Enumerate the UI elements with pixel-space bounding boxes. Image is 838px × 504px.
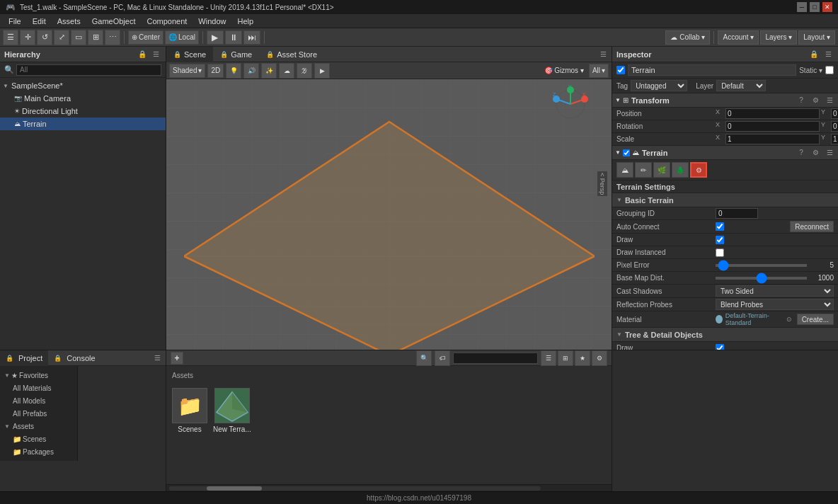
scene-view-canvas[interactable]: X Y Z < Persp <box>166 79 612 350</box>
menu-assets[interactable]: Assets <box>52 14 86 28</box>
all-prefabs-item[interactable]: All Prefabs <box>0 407 77 420</box>
pixel-error-slider[interactable] <box>716 264 807 267</box>
2d-toggle[interactable]: 2D <box>207 64 224 78</box>
terrain-help-btn[interactable]: ? <box>796 147 807 159</box>
basic-terrain-section[interactable]: ▼ Basic Terrain <box>612 193 838 207</box>
transform-component-header[interactable]: ▼ ⊞ Transform ? ⚙ ☰ <box>612 93 838 108</box>
object-name-input[interactable] <box>628 64 796 76</box>
project-menu-btn[interactable]: ☰ <box>151 353 163 364</box>
hierarchy-menu-btn[interactable]: ☰ <box>150 49 161 60</box>
search-by-label-btn[interactable]: 🏷 <box>435 350 450 366</box>
shading-dropdown[interactable]: Shaded ▾ <box>169 64 205 78</box>
move-tool-btn[interactable]: ✛ <box>20 30 35 45</box>
position-x-input[interactable] <box>725 108 820 119</box>
menu-window[interactable]: Window <box>193 14 231 28</box>
reflection-probes-select[interactable]: Blend Probes <box>716 299 834 310</box>
grouping-id-input[interactable] <box>716 208 758 219</box>
menu-help[interactable]: Help <box>231 14 259 28</box>
draw-checkbox[interactable] <box>716 236 724 244</box>
persp-label[interactable]: < Persp <box>597 171 607 196</box>
project-tab[interactable]: 🔒 Project <box>0 350 48 366</box>
terrain-tool-settings[interactable]: ⚙ <box>690 162 707 178</box>
maximize-button[interactable]: □ <box>810 2 820 12</box>
scenes-asset-item[interactable]: 📁 Scenes <box>172 388 207 433</box>
packages-item[interactable]: 📁 Packages <box>0 445 77 458</box>
create-material-btn[interactable]: Create... <box>797 314 834 325</box>
asset-search-input[interactable] <box>453 353 538 364</box>
scene-audio-btn[interactable]: 🔊 <box>243 63 259 79</box>
hand-tool-btn[interactable]: ☰ <box>3 30 18 45</box>
scene-tab-game[interactable]: 🔒 Game <box>213 47 259 62</box>
terrain-active-checkbox[interactable] <box>623 149 630 156</box>
scale-tool-btn[interactable]: ⤢ <box>54 30 69 45</box>
cast-shadows-select[interactable]: Two Sided <box>716 285 834 297</box>
inspector-lock-btn[interactable]: 🔒 <box>808 49 820 60</box>
rotation-y-input[interactable] <box>831 121 838 132</box>
play-button[interactable]: ▶ <box>207 30 224 45</box>
hierarchy-camera-item[interactable]: 📷 Main Camera <box>0 92 166 105</box>
scene-panel-menu-btn[interactable]: ☰ <box>597 49 609 60</box>
position-y-input[interactable] <box>831 108 838 119</box>
layers-button[interactable]: Layers ▾ <box>760 30 797 45</box>
transform-help-btn[interactable]: ? <box>796 95 807 106</box>
base-map-dist-slider[interactable] <box>716 277 807 280</box>
terrain-tool-trees[interactable]: 🌿 <box>653 162 670 178</box>
layout-button[interactable]: Layout ▾ <box>798 30 835 45</box>
favorites-item[interactable]: ▼ ★ Favorites <box>0 369 77 382</box>
hierarchy-terrain-item[interactable]: ⛰ Terrain <box>0 118 166 130</box>
transform-menu-btn[interactable]: ☰ <box>824 95 835 106</box>
terrain-tool-paint[interactable]: ✏ <box>635 162 652 178</box>
scene-fx-btn[interactable]: ✨ <box>261 63 277 79</box>
step-button[interactable]: ⏭ <box>243 30 260 45</box>
all-models-item[interactable]: All Models <box>0 394 77 407</box>
menu-gameobject[interactable]: GameObject <box>86 14 142 28</box>
terrain-component-header[interactable]: ▼ ⛰ Terrain ? ⚙ ☰ <box>612 146 838 160</box>
local-dropdown[interactable]: 🌐 Local <box>165 30 199 45</box>
terrain-tool-raise[interactable]: ⛰ <box>616 162 633 178</box>
hierarchy-lock-btn[interactable]: 🔒 <box>137 49 148 60</box>
hierarchy-light-item[interactable]: ☀ Directional Light <box>0 105 166 118</box>
terrain-tool-details[interactable]: 🌲 <box>672 162 689 178</box>
bottom-scroll-thumb[interactable] <box>207 486 263 491</box>
menu-edit[interactable]: Edit <box>27 14 52 28</box>
terrain-settings-btn[interactable]: ⚙ <box>810 147 821 159</box>
tag-select[interactable]: Untagged <box>631 80 687 91</box>
scene-tab-asset-store[interactable]: 🔒 Asset Store <box>259 47 324 62</box>
draw-instanced-checkbox[interactable] <box>716 248 724 257</box>
hierarchy-search-input[interactable] <box>16 64 161 76</box>
close-button[interactable]: ✕ <box>822 2 832 12</box>
menu-component[interactable]: Component <box>141 14 193 28</box>
rotate-tool-btn[interactable]: ↺ <box>37 30 52 45</box>
add-asset-btn[interactable]: + <box>171 352 183 365</box>
terrain-asset-item[interactable]: New Terra... <box>213 388 251 433</box>
layer-select[interactable]: Default <box>716 80 766 91</box>
material-picker-btn[interactable]: ⊙ <box>785 314 794 325</box>
bottom-scrollbar[interactable] <box>166 484 612 491</box>
all-materials-item[interactable]: All Materials <box>0 382 77 394</box>
scale-y-input[interactable] <box>831 134 838 144</box>
account-button[interactable]: Account ▾ <box>718 30 759 45</box>
view-grid-btn[interactable]: ⊞ <box>558 350 573 366</box>
transform-settings-btn[interactable]: ⚙ <box>810 95 821 106</box>
scene-tab-scene[interactable]: 🔒 Scene <box>166 47 213 62</box>
hierarchy-scene-item[interactable]: ▼ SampleScene* <box>0 79 166 92</box>
pivot-dropdown[interactable]: ⊕ Center <box>128 30 163 45</box>
minimize-button[interactable]: ─ <box>797 2 807 12</box>
rect-tool-btn[interactable]: ▭ <box>71 30 86 45</box>
gizmos-label[interactable]: Gizmos ▾ <box>554 67 584 74</box>
scene-anim-btn[interactable]: ▶ <box>314 63 330 79</box>
save-search-btn[interactable]: ★ <box>575 350 590 366</box>
all-dropdown[interactable]: All ▾ <box>589 64 609 78</box>
tree-draw-checkbox[interactable] <box>716 344 724 350</box>
scene-lights-btn[interactable]: 💡 <box>226 63 241 79</box>
rotation-x-input[interactable] <box>725 121 820 132</box>
inspector-menu-btn[interactable]: ☰ <box>822 49 834 60</box>
auto-connect-checkbox[interactable] <box>716 222 724 231</box>
search-by-type-btn[interactable]: 🔍 <box>416 350 432 366</box>
terrain-menu-btn[interactable]: ☰ <box>824 147 835 159</box>
collab-button[interactable]: ☁ Collab ▾ <box>665 30 710 45</box>
console-tab[interactable]: 🔒 Console <box>48 350 101 366</box>
tree-detail-section[interactable]: ▼ Tree & Detail Objects <box>612 328 838 342</box>
scenes-item[interactable]: 📁 Scenes <box>0 433 77 445</box>
reconnect-button[interactable]: Reconnect <box>790 221 834 232</box>
